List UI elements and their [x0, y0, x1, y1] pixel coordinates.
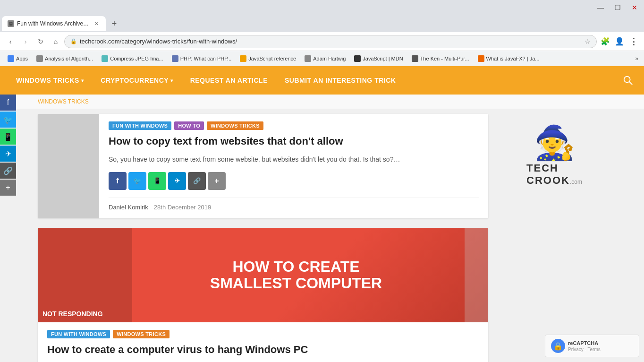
avatar-icon[interactable]: 👤	[613, 35, 626, 48]
bookmark-ken[interactable]: The Ken - Multi-Pur...	[408, 54, 473, 63]
tab-bar: 🖥 Fun with Windows Archives - Tec ✕ +	[0, 15, 644, 32]
bookmark-label: Apps	[16, 56, 28, 61]
maximize-button[interactable]: ❐	[612, 2, 623, 13]
refresh-button[interactable]: ↻	[34, 35, 47, 48]
svg-line-1	[629, 82, 632, 85]
article-card-top: FUN WITH WINDOWS HOW TO WINDOWS TRICKS H…	[38, 114, 488, 218]
nav-cryptocurrency[interactable]: CRYPTOCURRENCY ▾	[94, 73, 179, 88]
lock-icon: 🔒	[70, 38, 77, 44]
article-image-text: HOW TO CREATESMALLEST COMPUTER	[210, 258, 382, 292]
bookmark-label: The Ken - Multi-Pur...	[420, 56, 469, 61]
svg-point-0	[624, 77, 630, 83]
bookmark-adam[interactable]: Adam Hartwig	[301, 54, 349, 63]
bookmark-js-ref[interactable]: JavaScript reference	[236, 54, 300, 63]
breadcrumb-link[interactable]: WINDOWS TRICKS	[38, 98, 89, 105]
article-share-buttons: f 🐦 📱 ✈ 🔗 +	[109, 172, 479, 190]
tab-close-button[interactable]: ✕	[93, 20, 100, 27]
article-title-2: How to create a computer virus to hang W…	[47, 343, 479, 357]
article-card-image-body: FUN WITH WINDOWS WINDOWS TRICKS How to c…	[38, 322, 488, 362]
back-button[interactable]: ‹	[4, 35, 17, 48]
article-tags-2: FUN WITH WINDOWS WINDOWS TRICKS	[47, 330, 479, 338]
bookmark-label: PHP: What can PHP...	[180, 56, 232, 61]
title-bar: — ❐ ✕	[0, 0, 644, 15]
tag-fun-windows-2[interactable]: FUN WITH WINDOWS	[47, 330, 110, 338]
sidebar-facebook-btn[interactable]: f	[0, 95, 16, 111]
sidebar-column: 🧙 TECH CROOK .com	[502, 114, 606, 362]
logo-container: 🧙 TECH CROOK .com	[526, 123, 582, 187]
bookmark-label: Compress JPEG Ima...	[110, 56, 163, 61]
new-tab-button[interactable]: +	[108, 17, 121, 30]
bookmark-mdn[interactable]: JavaScript | MDN	[350, 54, 407, 63]
menu-button[interactable]: ⋮	[627, 35, 640, 48]
nav-menu: WINDOWS TRICKS ▾ CRYPTOCURRENCY ▾ REQUES…	[9, 73, 402, 88]
tab-favicon: 🖥	[8, 20, 14, 27]
share-more-btn[interactable]: +	[208, 172, 226, 190]
article-card-2: NOT RESPONDING HOW TO CREATESMALLEST COM…	[38, 228, 488, 362]
share-copy-btn[interactable]: 🔗	[188, 172, 206, 190]
bookmark-favicon	[102, 55, 108, 62]
nav-windows-tricks[interactable]: WINDOWS TRICKS ▾	[9, 73, 90, 88]
site-nav: WINDOWS TRICKS ▾ CRYPTOCURRENCY ▾ REQUES…	[0, 66, 644, 95]
recaptcha-icon: 🔒	[551, 339, 565, 353]
dropdown-arrow-icon: ▾	[170, 78, 173, 83]
share-telegram-btn[interactable]: ✈	[168, 172, 186, 190]
tag-how-to[interactable]: HOW TO	[174, 121, 204, 130]
bookmark-favicon	[478, 55, 484, 62]
bookmark-favicon	[8, 55, 14, 62]
bookmark-analysis[interactable]: Analysis of Algorith...	[33, 54, 97, 63]
logo-text: TECH	[526, 162, 559, 174]
bookmark-favicon	[240, 55, 246, 62]
article-card-1: FUN WITH WINDOWS HOW TO WINDOWS TRICKS H…	[38, 114, 488, 218]
social-sidebar: f 🐦 📱 ✈ 🔗 +	[0, 95, 16, 196]
article-excerpt: So, you have to copy some text from some…	[109, 154, 479, 164]
recaptcha-widget: 🔒 reCAPTCHA Privacy - Terms	[545, 335, 639, 357]
bookmark-javafx[interactable]: What is JavaFX? | Ja...	[474, 54, 543, 63]
bookmark-favicon	[412, 55, 418, 62]
address-bar[interactable]: 🔒 techcrook.com/category/windows-tricks/…	[64, 35, 597, 48]
bookmark-favicon	[172, 55, 178, 62]
bookmark-apps[interactable]: Apps	[4, 54, 32, 63]
tag-windows-tricks[interactable]: WINDOWS TRICKS	[207, 121, 263, 130]
star-icon[interactable]: ☆	[585, 38, 591, 45]
logo-figure-icon: 🧙	[526, 123, 582, 162]
nav-request-article[interactable]: REQUEST AN ARTICLE	[184, 73, 274, 88]
search-button[interactable]	[621, 74, 635, 87]
share-facebook-btn[interactable]: f	[109, 172, 127, 190]
nav-actions: 🧩 👤 ⋮	[599, 35, 640, 48]
minimize-button[interactable]: —	[595, 2, 606, 13]
home-button[interactable]: ⌂	[49, 35, 62, 48]
article-title: How to copy text from websites that don'…	[109, 135, 479, 148]
forward-button[interactable]: ›	[19, 35, 32, 48]
recaptcha-title: reCAPTCHA	[568, 340, 601, 346]
content-area: FUN WITH WINDOWS HOW TO WINDOWS TRICKS H…	[0, 114, 644, 362]
bookmark-favicon	[36, 55, 43, 62]
bookmark-compress[interactable]: Compress JPEG Ima...	[98, 54, 167, 63]
share-twitter-btn[interactable]: 🐦	[128, 172, 146, 190]
nav-submit-trick[interactable]: SUBMIT AN INTERESTING TRICK	[278, 73, 402, 88]
article-meta: Daniel Komirik 28th December 2019	[109, 198, 479, 211]
extensions-icon[interactable]: 🧩	[599, 35, 612, 48]
bookmark-label: Adam Hartwig	[313, 56, 346, 61]
tag-fun-windows[interactable]: FUN WITH WINDOWS	[109, 121, 171, 130]
dropdown-arrow-icon: ▾	[81, 78, 84, 83]
breadcrumb: WINDOWS TRICKS	[0, 95, 644, 109]
nav-bar: ‹ › ↻ ⌂ 🔒 techcrook.com/category/windows…	[0, 32, 644, 51]
bookmark-label: JavaScript reference	[248, 56, 296, 61]
share-whatsapp-btn[interactable]: 📱	[148, 172, 166, 190]
sidebar-share-btn[interactable]: +	[0, 180, 16, 196]
recaptcha-links[interactable]: Privacy - Terms	[568, 347, 601, 352]
bookmarks-more-button[interactable]: »	[633, 54, 640, 63]
main-content: WINDOWS TRICKS ▾ CRYPTOCURRENCY ▾ REQUES…	[0, 66, 644, 362]
close-button[interactable]: ✕	[629, 2, 640, 13]
sidebar-twitter-btn[interactable]: 🐦	[0, 112, 16, 128]
sidebar-copy-btn[interactable]: 🔗	[0, 163, 16, 179]
bookmark-php[interactable]: PHP: What can PHP...	[168, 54, 236, 63]
tag-windows-tricks-2[interactable]: WINDOWS TRICKS	[113, 330, 169, 338]
bookmark-label: Analysis of Algorith...	[45, 56, 93, 61]
bookmark-favicon	[305, 55, 311, 62]
sidebar-telegram-btn[interactable]: ✈	[0, 146, 16, 162]
sidebar-whatsapp-btn[interactable]: 📱	[0, 129, 16, 145]
article-big-image: NOT RESPONDING HOW TO CREATESMALLEST COM…	[38, 228, 488, 322]
article-date: 28th December 2019	[154, 204, 211, 211]
active-tab[interactable]: 🖥 Fun with Windows Archives - Tec ✕	[2, 16, 106, 31]
